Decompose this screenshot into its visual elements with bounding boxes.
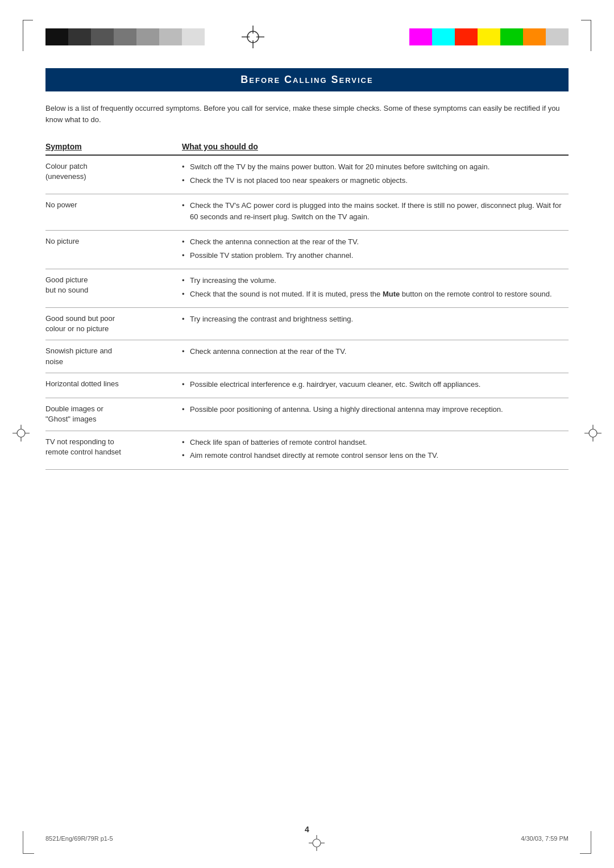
gray-bar-7 — [182, 28, 205, 45]
action-cell: Possible electrical interference e.g. ha… — [171, 379, 569, 393]
crosshair-side-left — [13, 425, 30, 444]
action-cell: Check antenna connection at the rear of … — [171, 346, 569, 360]
corner-mark-bottom-left — [23, 831, 34, 854]
corner-mark-top-right — [581, 20, 591, 51]
action-cell: Check the TV's AC power cord is plugged … — [171, 200, 569, 224]
table-row: TV not responding toremote control hands… — [45, 431, 569, 470]
title-text: Before Calling Service — [240, 74, 373, 85]
gray-bar-2 — [68, 28, 91, 45]
list-item: Try increasing the contrast and brightne… — [182, 314, 569, 325]
gray-bar-6 — [159, 28, 182, 45]
gray-bar-1 — [45, 28, 68, 45]
footer-crosshair — [309, 835, 325, 851]
svg-point-5 — [17, 429, 25, 437]
symptom-cell: Good sound but poorcolour or no picture — [45, 314, 171, 334]
list-item: Switch off the TV by the mains power but… — [182, 161, 569, 173]
list-item: Possible TV station problem. Try another… — [182, 250, 569, 261]
table-row: Horizontal dotted lines Possible electri… — [45, 373, 569, 399]
color-bar-orange — [523, 28, 546, 45]
table-row: No power Check the TV's AC power cord is… — [45, 194, 569, 231]
color-bar-yellow — [478, 28, 500, 45]
action-cell: Check life span of batteries of remote c… — [171, 437, 569, 464]
color-blocks — [409, 28, 569, 45]
list-item: Check that the sound is not muted. If it… — [182, 289, 569, 300]
table-row: No picture Check the antenna connection … — [45, 231, 569, 269]
crosshair-side-right — [584, 425, 601, 444]
list-item: Check the TV's AC power cord is plugged … — [182, 200, 569, 222]
top-bar-area — [45, 0, 569, 68]
color-bar-cyan — [432, 28, 455, 45]
intro-paragraph: Below is a list of frequently occurred s… — [45, 103, 569, 125]
symptom-cell: TV not responding toremote control hands… — [45, 437, 171, 457]
list-item: Check antenna connection at the rear of … — [182, 346, 569, 357]
list-item: Aim remote control handset directly at r… — [182, 450, 569, 461]
symptom-cell: Colour patch(uneveness) — [45, 161, 171, 182]
action-cell: Possible poor positioning of antenna. Us… — [171, 404, 569, 418]
action-cell: Check the antenna connection at the rear… — [171, 236, 569, 263]
action-column-header: What you should do — [171, 142, 569, 151]
page-number: 4 — [305, 825, 309, 834]
action-cell: Try increasing the volume. Check that th… — [171, 275, 569, 302]
left-color-bars — [45, 23, 267, 51]
page-number-area: 4 — [0, 825, 614, 834]
symptom-column-header: Symptom — [45, 142, 171, 151]
symptom-cell: Good picturebut no sound — [45, 275, 171, 295]
troubleshooting-table: Symptom What you should do Colour patch(… — [45, 142, 569, 470]
list-item: Possible poor positioning of antenna. Us… — [182, 404, 569, 415]
corner-mark-bottom-right — [580, 831, 591, 854]
svg-point-10 — [589, 429, 597, 437]
list-item: Possible electrical interference e.g. ha… — [182, 379, 569, 390]
action-cell: Try increasing the contrast and brightne… — [171, 314, 569, 327]
footer-left-text: 8521/Eng/69R/79R p1-5 — [45, 835, 113, 851]
table-row: Good picturebut no sound Try increasing … — [45, 269, 569, 308]
crosshair-left-icon — [242, 26, 264, 48]
symptom-cell: Snowish picture andnoise — [45, 346, 171, 366]
symptom-cell: No picture — [45, 236, 171, 247]
corner-mark-top-left — [23, 20, 33, 51]
table-row: Colour patch(uneveness) Switch off the T… — [45, 156, 569, 194]
list-item: Check life span of batteries of remote c… — [182, 437, 569, 448]
table-row: Double images or"Ghost" images Possible … — [45, 398, 569, 431]
color-bar-red — [455, 28, 478, 45]
page: Before Calling Service Below is a list o… — [0, 0, 614, 868]
list-item: Try increasing the volume. — [182, 275, 569, 286]
gray-bar-5 — [136, 28, 159, 45]
symptom-cell: Double images or"Ghost" images — [45, 404, 171, 424]
symptom-cell: Horizontal dotted lines — [45, 379, 171, 389]
page-title: Before Calling Service — [45, 68, 569, 91]
footer-right-text: 4/30/03, 7:59 PM — [521, 835, 569, 851]
color-bar-light — [546, 28, 569, 45]
footer: 8521/Eng/69R/79R p1-5 4/30/03, 7:59 PM — [45, 835, 569, 851]
color-bar-green — [500, 28, 523, 45]
mute-bold: Mute — [383, 290, 400, 298]
svg-point-15 — [313, 839, 321, 847]
gray-bar-3 — [91, 28, 114, 45]
symptom-cell: No power — [45, 200, 171, 210]
crosshair-left — [239, 23, 267, 51]
grayscale-blocks — [45, 28, 205, 45]
action-cell: Switch off the TV by the mains power but… — [171, 161, 569, 188]
list-item: Check the antenna connection at the rear… — [182, 236, 569, 248]
right-color-bars — [409, 28, 569, 45]
gray-bar-4 — [114, 28, 136, 45]
table-header-row: Symptom What you should do — [45, 142, 569, 156]
table-row: Snowish picture andnoise Check antenna c… — [45, 340, 569, 373]
list-item: Check the TV is not placed too near spea… — [182, 175, 569, 186]
color-bar-magenta — [409, 28, 432, 45]
table-row: Good sound but poorcolour or no picture … — [45, 308, 569, 340]
